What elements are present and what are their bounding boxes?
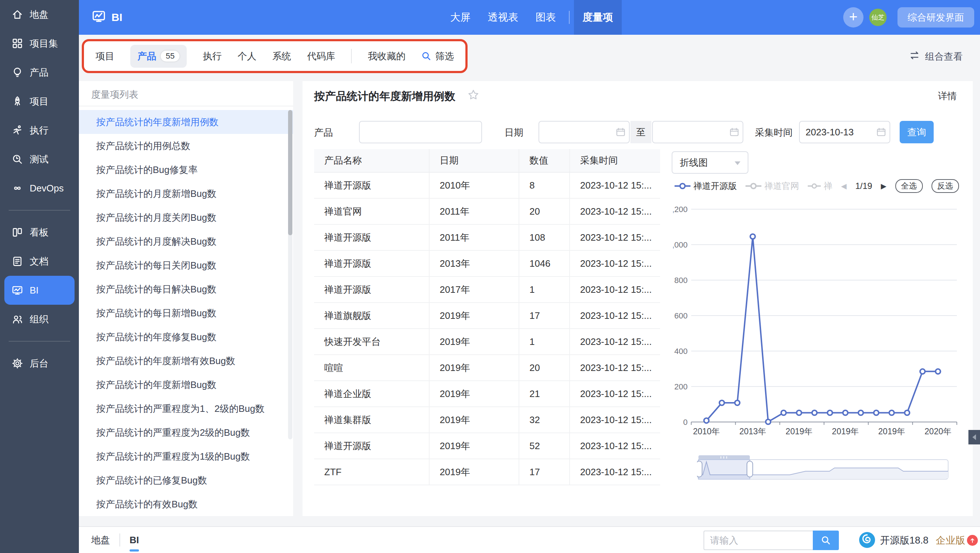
sidebar-item-产品[interactable]: 产品: [0, 58, 79, 87]
legend-item-禅[interactable]: 禅: [808, 180, 832, 192]
query-button[interactable]: 查询: [900, 121, 934, 143]
sidebar-item-项目集[interactable]: 项目集: [0, 29, 79, 58]
table-cell: 禅道旗舰版: [314, 303, 429, 329]
legend-prev-arrow[interactable]: ◀: [841, 182, 846, 191]
sidebar-item-项目[interactable]: 项目: [0, 87, 79, 116]
calendar-icon: [616, 127, 625, 137]
filter-button[interactable]: 筛选: [421, 50, 454, 63]
date-range-to-label: 至: [630, 121, 651, 143]
sidebar-item-BI[interactable]: BI: [4, 276, 75, 305]
top-nav-图表[interactable]: 图表: [527, 0, 565, 35]
bi-brand: BI: [92, 0, 123, 35]
sidebar-item-DevOps[interactable]: DevOps: [0, 174, 79, 203]
top-nav-大屏[interactable]: 大屏: [442, 0, 479, 35]
workspace-button[interactable]: 综合研发界面: [897, 7, 974, 27]
sidebar-item-地盘[interactable]: 地盘: [0, 0, 79, 29]
measure-list-item[interactable]: 按产品统计的用例总数: [79, 134, 293, 158]
footer-tab-BI[interactable]: BI: [120, 527, 148, 553]
svg-text:2019年: 2019年: [832, 427, 859, 436]
sidebar-item-组织[interactable]: 组织: [0, 305, 79, 334]
combine-view-button[interactable]: 组合查看: [909, 35, 963, 78]
measure-list-item[interactable]: 按产品统计的每日关闭Bug数: [79, 253, 293, 277]
upgrade-badge-icon[interactable]: [967, 535, 978, 546]
datazoom-handle-right[interactable]: [747, 461, 753, 477]
sidebar-item-后台[interactable]: 后台: [0, 349, 79, 378]
search-input[interactable]: [703, 531, 813, 550]
avatar[interactable]: 仙芝: [869, 9, 887, 26]
svg-text:2019年: 2019年: [878, 427, 905, 436]
table-cell: 17: [519, 459, 570, 485]
upgrade-link[interactable]: 企业版: [936, 527, 965, 553]
svg-text:0: 0: [683, 418, 687, 427]
favorite-star-icon[interactable]: [468, 89, 479, 101]
measure-list-item[interactable]: 按产品统计的月度关闭Bug数: [79, 205, 293, 229]
line-chart: 02004006008001,0001,2002010年2013年2019年20…: [673, 192, 967, 447]
top-nav-透视表[interactable]: 透视表: [479, 0, 527, 35]
measure-list-item[interactable]: 按产品统计的严重程度为1级的Bug数: [79, 445, 293, 468]
svg-text:2020年: 2020年: [924, 427, 951, 436]
scrollbar-thumb[interactable]: [288, 110, 293, 235]
sidebar-item-label: 项目集: [30, 37, 58, 50]
product-filter-input[interactable]: [359, 121, 482, 143]
tab-个人[interactable]: 个人: [237, 50, 256, 63]
tab-我收藏的[interactable]: 我收藏的: [368, 50, 405, 63]
table-cell: 2023-10-12 15:...: [570, 329, 660, 355]
measure-list-item[interactable]: 按产品统计的年度新增Bug数: [79, 373, 293, 397]
measure-list-item[interactable]: 按产品统计的月度解决Bug数: [79, 229, 293, 253]
plus-button[interactable]: +: [843, 7, 864, 27]
table-cell: 2023-10-12 15:...: [570, 276, 660, 303]
app-root: 地盘项目集产品项目执行测试DevOps看板文档BI组织后台 BI 大屏透视表图表…: [0, 0, 980, 553]
sidebar-item-文档[interactable]: 文档: [0, 247, 79, 276]
footer-tab-地盘[interactable]: 地盘: [82, 527, 119, 553]
table-row: 快速开发平台2019年12023-10-12 15:...: [314, 329, 660, 355]
people-icon: [11, 313, 23, 325]
table-cell: 2019年: [429, 303, 519, 329]
tab-项目[interactable]: 项目: [95, 50, 115, 63]
measure-list-item[interactable]: 按产品统计的每日解决Bug数: [79, 277, 293, 301]
measure-list-item[interactable]: 按产品统计的严重程度为2级的Bug数: [79, 421, 293, 445]
tab-divider: [351, 49, 352, 64]
measure-list-item[interactable]: 按产品统计的年度新增用例数: [79, 110, 293, 134]
tab-执行[interactable]: 执行: [203, 50, 221, 63]
select-all-button[interactable]: 全选: [895, 179, 923, 193]
sidebar-item-执行[interactable]: 执行: [0, 116, 79, 145]
legend-item-禅道开源版[interactable]: 禅道开源版: [675, 180, 737, 192]
sidebar-item-看板[interactable]: 看板: [0, 218, 79, 247]
table-cell: 2023-10-12 15:...: [570, 198, 660, 224]
measure-list-item[interactable]: 按产品统计的年度修复Bug数: [79, 325, 293, 349]
measure-list-item[interactable]: 按产品统计的有效Bug数: [79, 492, 293, 516]
measure-list-item[interactable]: 按产品统计的严重程度为1、2级的Bug数: [79, 397, 293, 421]
table-cell: 2019年: [429, 407, 519, 433]
detail-link[interactable]: 详情: [938, 90, 957, 102]
tab-代码库[interactable]: 代码库: [307, 50, 335, 63]
right-panel-toggle[interactable]: [969, 430, 980, 445]
datazoom-window[interactable]: [698, 459, 750, 479]
svg-text:800: 800: [674, 276, 687, 285]
legend-pager: 1/19: [855, 181, 872, 191]
tab-系统[interactable]: 系统: [272, 50, 291, 63]
top-nav-度量项[interactable]: 度量项: [574, 0, 622, 35]
table-cell: 2019年: [429, 433, 519, 459]
svg-text:1,000: 1,000: [673, 240, 687, 249]
rocket-icon: [11, 95, 23, 107]
measure-list-item[interactable]: 按产品统计的Bug修复率: [79, 158, 293, 182]
chevron-left-icon: [972, 434, 976, 440]
legend-item-禅道官网[interactable]: 禅道官网: [746, 180, 799, 192]
sidebar-item-label: 测试: [30, 153, 48, 166]
sidebar-item-测试[interactable]: 测试: [0, 145, 79, 174]
chart-type-select[interactable]: 折线图: [672, 151, 748, 174]
measure-list-item[interactable]: 按产品统计的已修复Bug数: [79, 468, 293, 492]
datazoom-handle-left[interactable]: [697, 461, 702, 477]
gear-icon: [11, 358, 23, 369]
chart-datazoom[interactable]: [697, 454, 949, 481]
measure-list-item[interactable]: 按产品统计的年度新增有效Bug数: [79, 349, 293, 373]
legend-next-arrow[interactable]: ▶: [881, 182, 886, 191]
search-button[interactable]: [813, 531, 839, 550]
collect-time-label: 采集时间: [755, 122, 792, 143]
invert-selection-button[interactable]: 反选: [932, 179, 959, 193]
bulb-icon: [11, 67, 23, 78]
measure-list-item[interactable]: 按产品统计的每日新增Bug数: [79, 301, 293, 325]
tab-产品[interactable]: 产品55: [130, 45, 187, 68]
measure-list-item[interactable]: 按产品统计的月度新增Bug数: [79, 182, 293, 205]
column-header-采集时间: 采集时间: [570, 149, 660, 172]
